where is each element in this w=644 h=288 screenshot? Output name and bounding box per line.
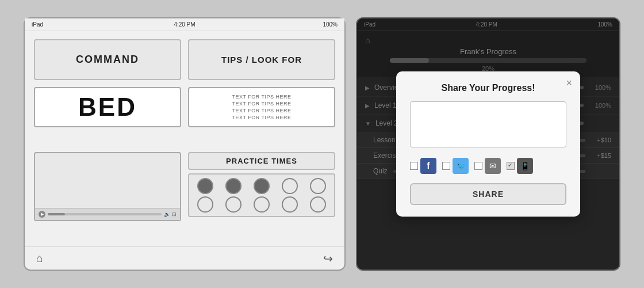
circle-2[interactable]: [225, 178, 241, 194]
modal-title: Share Your Progress!: [410, 83, 566, 93]
share-button[interactable]: SHARE: [410, 183, 566, 205]
modal-close-button[interactable]: ×: [566, 77, 572, 89]
share-options: f 🐦 ✉ 📱: [410, 158, 566, 174]
screen1-footer: ⌂ ↩: [25, 247, 344, 270]
circle-1[interactable]: [197, 178, 213, 194]
checkbox-phone[interactable]: [507, 162, 515, 170]
practice-label: PRACTICE TIMES: [188, 152, 335, 170]
checkbox-email[interactable]: [474, 162, 482, 170]
facebook-icon: f: [420, 158, 436, 174]
home-icon[interactable]: ⌂: [36, 252, 43, 265]
email-icon: ✉: [485, 158, 501, 174]
tips-line-1: TEXT FOR TIPS HERE: [232, 94, 291, 100]
phone-icon: 📱: [517, 158, 533, 174]
circle-10[interactable]: [310, 196, 326, 213]
modal-overlay[interactable]: Share Your Progress! × f 🐦: [357, 18, 619, 270]
video-progress-fill: [48, 213, 65, 215]
screen1-body: COMMAND TIPS / LOOK FOR BED TEXT FOR TIP…: [25, 31, 344, 247]
tips-text-box: TEXT FOR TIPS HERE TEXT FOR TIPS HERE TE…: [188, 87, 335, 127]
video-box: ▶ 🔈 ⊡: [34, 152, 181, 221]
status-left-1: iPad: [32, 21, 43, 28]
status-center-1: 4:20 PM: [174, 21, 195, 28]
command-word: BED: [78, 93, 137, 122]
tips-label: TIPS / LOOK FOR: [188, 39, 335, 80]
fullscreen-icon: ⊡: [172, 211, 177, 217]
share-option-twitter[interactable]: 🐦: [442, 158, 469, 174]
video-icons: 🔈 ⊡: [164, 211, 177, 217]
volume-icon: 🔈: [164, 211, 170, 217]
play-button[interactable]: ▶: [39, 211, 45, 218]
twitter-icon: 🐦: [453, 158, 469, 174]
command-word-box: BED: [34, 87, 181, 127]
video-progress-bar[interactable]: [48, 213, 162, 215]
share-option-email[interactable]: ✉: [474, 158, 501, 174]
circles-grid: [188, 173, 335, 217]
tips-line-3: TEXT FOR TIPS HERE: [232, 108, 291, 113]
tips-line-4: TEXT FOR TIPS HERE: [232, 115, 291, 120]
video-controls: ▶ 🔈 ⊡: [35, 208, 180, 220]
share-modal: Share Your Progress! × f 🐦: [396, 71, 580, 217]
tips-line-2: TEXT FOR TIPS HERE: [232, 101, 291, 107]
command-label: COMMAND: [34, 39, 181, 80]
circle-4[interactable]: [282, 178, 298, 194]
share-option-phone[interactable]: 📱: [507, 158, 533, 174]
circle-3[interactable]: [254, 178, 270, 194]
share-option-facebook[interactable]: f: [410, 158, 436, 174]
practice-section: PRACTICE TIMES: [188, 152, 335, 238]
status-right-1: 100%: [323, 21, 338, 28]
modal-textarea[interactable]: [410, 101, 566, 147]
status-bar-1: iPad 4:20 PM 100%: [25, 18, 344, 31]
screen1-ipad: iPad 4:20 PM 100% COMMAND TIPS / LOOK FO…: [24, 17, 346, 271]
checkbox-facebook[interactable]: [410, 162, 418, 170]
circle-9[interactable]: [282, 196, 298, 213]
circle-6[interactable]: [197, 196, 213, 213]
checkbox-twitter[interactable]: [442, 162, 450, 170]
screen2-ipad: iPad 4:20 PM 100% ⌂ Frank's Progress 20%…: [356, 17, 620, 271]
circle-8[interactable]: [254, 196, 270, 213]
back-icon[interactable]: ↩: [323, 252, 333, 266]
circle-5[interactable]: [310, 178, 326, 194]
circle-7[interactable]: [225, 196, 241, 213]
